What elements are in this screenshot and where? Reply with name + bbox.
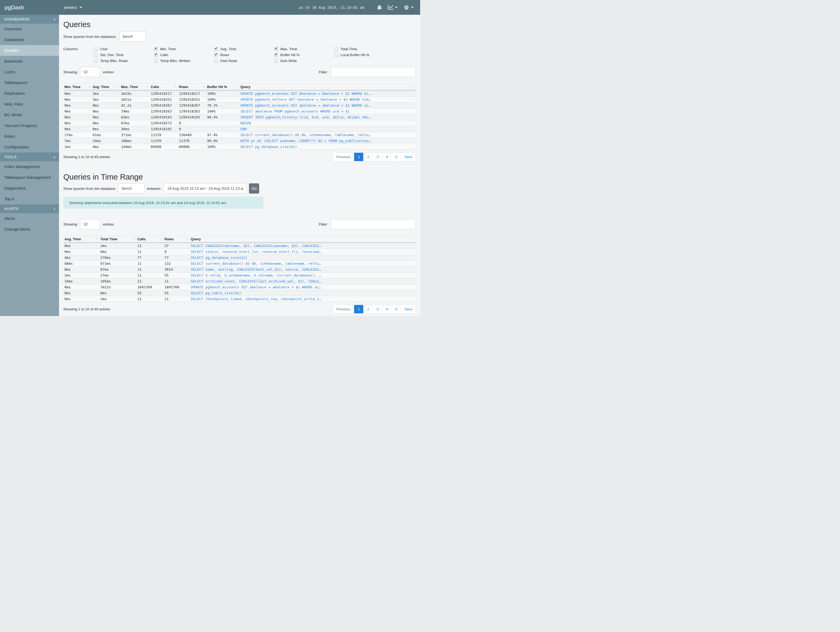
sort-icon[interactable]: ↑↓ bbox=[96, 237, 98, 240]
sort-icon[interactable]: ↑↓ bbox=[160, 237, 162, 240]
query-link[interactable]: SELECT name, setting, COALESCE(boot_val,… bbox=[189, 267, 416, 272]
column-header-rows[interactable]: Rows↑↓ bbox=[178, 84, 206, 90]
sidebar-item-queries[interactable]: Queries bbox=[0, 45, 59, 56]
sort-icon[interactable]: ↑↓ bbox=[175, 85, 177, 88]
pagination-page-2[interactable]: 2 bbox=[363, 153, 373, 161]
query-link[interactable]: SELECT checkpoints_timed, checkpoints_re… bbox=[189, 296, 416, 302]
filter-input[interactable] bbox=[330, 67, 416, 77]
sidebar-item-top-k[interactable]: Top k bbox=[0, 193, 59, 204]
pagination-page-5[interactable]: 5 bbox=[392, 305, 401, 313]
query-link[interactable]: BEGIN bbox=[239, 120, 416, 126]
query-link[interactable]: INSERT INTO pgbench_history (tid, bid, a… bbox=[239, 114, 416, 120]
column-checkbox-rows[interactable]: Rows bbox=[214, 53, 274, 57]
query-link[interactable]: END bbox=[239, 126, 416, 132]
query-link[interactable]: UPDATE pgbench_tellers SET tbalance = tb… bbox=[239, 97, 416, 103]
app-logo[interactable]: pgDash bbox=[0, 4, 59, 11]
sort-icon[interactable]: ↑↓ bbox=[203, 85, 205, 88]
column-checkbox-max-time[interactable]: Max. Time bbox=[274, 47, 334, 51]
query-link[interactable]: SELECT abalance FROM pgbench_accounts WH… bbox=[239, 108, 416, 114]
column-header-total-time[interactable]: Total Time↑↓ bbox=[99, 236, 136, 243]
sidebar-item-replication[interactable]: Replication bbox=[0, 88, 59, 99]
checkbox-checked-icon[interactable] bbox=[274, 53, 278, 57]
checkbox-checked-icon[interactable] bbox=[274, 47, 278, 51]
sort-icon[interactable]: ↑↓ bbox=[88, 85, 90, 88]
checkbox-unchecked-icon[interactable] bbox=[214, 59, 218, 63]
query-link[interactable]: SELECT current_database() AS db, scheman… bbox=[239, 132, 416, 138]
column-checkbox-avg-time[interactable]: Avg. Time bbox=[214, 47, 274, 51]
sidebar-item-tablespace-management[interactable]: Tablespace Management bbox=[0, 172, 59, 183]
column-checkbox-local-buffer-hit[interactable]: Local Buffer Hit % bbox=[334, 53, 395, 57]
checkbox-checked-icon[interactable] bbox=[214, 53, 218, 57]
checkbox-unchecked-icon[interactable] bbox=[274, 59, 278, 63]
query-link[interactable]: WITH pc AS (SELECT pubname, COUNT(*) AS … bbox=[239, 138, 416, 144]
pagination-next[interactable]: Next bbox=[401, 153, 415, 161]
sidebar-item-overview[interactable]: Overview bbox=[0, 24, 59, 34]
column-checkbox-temp-blks-written[interactable]: Temp Blks. Written bbox=[154, 59, 214, 63]
sidebar-item-alerts[interactable]: Alerts bbox=[0, 213, 59, 224]
column-checkbox-std-dev-time[interactable]: Std. Dev. Time bbox=[94, 53, 154, 57]
settings-menu[interactable] bbox=[404, 5, 414, 11]
sidebar-section-tools[interactable]: TOOLS› bbox=[0, 152, 59, 162]
pagination-next[interactable]: Next bbox=[401, 305, 415, 313]
database-input-2[interactable] bbox=[118, 184, 145, 193]
sidebar-item-index-management[interactable]: Index Management bbox=[0, 162, 59, 172]
query-link[interactable]: UPDATE pgbench_branches SET bbalance = b… bbox=[239, 90, 416, 97]
checkbox-unchecked-icon[interactable] bbox=[334, 47, 338, 51]
notifications-bell-icon[interactable] bbox=[377, 5, 382, 10]
pagination-page-4[interactable]: 4 bbox=[382, 153, 392, 161]
column-header-calls[interactable]: Calls↑↓ bbox=[150, 84, 178, 90]
sidebar-section-dashboards[interactable]: DASHBOARDS› bbox=[0, 15, 59, 24]
query-link[interactable]: SELECT current_database() AS db, scheman… bbox=[189, 261, 416, 267]
checkbox-unchecked-icon[interactable] bbox=[94, 59, 98, 63]
sort-icon[interactable]: ↑↓ bbox=[413, 85, 415, 88]
pagination-page-3[interactable]: 3 bbox=[373, 305, 382, 313]
query-link[interactable]: SELECT status, receive_start_lsn, receiv… bbox=[189, 249, 416, 255]
page-size-input-2[interactable] bbox=[80, 219, 100, 229]
column-checkbox-total-time[interactable]: Total Time bbox=[334, 47, 395, 51]
query-link[interactable]: SELECT archived_count, COALESCE(last_arc… bbox=[189, 279, 416, 284]
query-link[interactable]: SELECT pg_database_size($1) bbox=[239, 144, 416, 150]
pagination-previous[interactable]: Previous bbox=[333, 305, 354, 313]
column-header-avg-time[interactable]: Avg. Time↑↓ bbox=[92, 84, 120, 90]
sidebar-item-diagnostics[interactable]: Diagnostics bbox=[0, 183, 59, 193]
query-link[interactable]: SELECT pg_table_size($1) bbox=[189, 290, 416, 296]
checkbox-checked-icon[interactable] bbox=[154, 53, 158, 57]
filter-input-2[interactable] bbox=[330, 219, 416, 229]
sort-icon[interactable]: ↑↓ bbox=[413, 237, 415, 240]
sidebar-item-backends[interactable]: Backends bbox=[0, 56, 59, 67]
sidebar-item-locks[interactable]: Locks bbox=[0, 67, 59, 77]
column-checkbox-min-time[interactable]: Min. Time bbox=[154, 47, 214, 51]
pagination-page-4[interactable]: 4 bbox=[382, 305, 392, 313]
checkbox-unchecked-icon[interactable] bbox=[334, 53, 338, 57]
checkbox-checked-icon[interactable] bbox=[214, 47, 218, 51]
checkbox-checked-icon[interactable] bbox=[154, 47, 158, 51]
sidebar-item-tablespaces[interactable]: Tablespaces bbox=[0, 77, 59, 88]
sort-icon[interactable]: ↑↓ bbox=[236, 85, 238, 88]
pagination-page-1[interactable]: 1 bbox=[354, 305, 363, 313]
sidebar-section-alerts[interactable]: ALERTS› bbox=[0, 204, 59, 213]
pagination-page-1[interactable]: 1 bbox=[354, 153, 363, 161]
column-header-max-time[interactable]: Max. Time↑↓ bbox=[120, 84, 150, 90]
sidebar-item-wal-files[interactable]: WAL Files bbox=[0, 99, 59, 109]
checkbox-unchecked-icon[interactable] bbox=[154, 59, 158, 63]
column-header-buffer-hit[interactable]: Buffer Hit %↑↓ bbox=[206, 84, 239, 90]
column-header-avg-time[interactable]: Avg. Time↑↓ bbox=[63, 236, 99, 243]
sort-icon[interactable]: ↑↓ bbox=[147, 85, 148, 88]
checkbox-unchecked-icon[interactable] bbox=[94, 53, 98, 57]
query-link[interactable]: UPDATE pgbench_accounts SET abalance = a… bbox=[189, 284, 416, 290]
sidebar-item-databases[interactable]: Databases bbox=[0, 34, 59, 45]
query-link[interactable]: SELECT COALESCE(datname, $2), COALESCE(u… bbox=[189, 243, 416, 249]
sort-icon[interactable]: ↑↓ bbox=[186, 237, 189, 240]
column-header-query[interactable]: Query↑↓ bbox=[189, 236, 416, 243]
sidebar-item-change-alerts[interactable]: Change Alerts bbox=[0, 224, 59, 234]
charts-menu[interactable] bbox=[388, 5, 398, 10]
column-checkbox-buffer-hit[interactable]: Buffer Hit % bbox=[274, 53, 334, 57]
server-selector[interactable]: server1 bbox=[63, 5, 82, 10]
column-checkbox-disk-read[interactable]: Disk Read bbox=[214, 59, 274, 63]
page-size-input[interactable] bbox=[80, 67, 100, 77]
column-header-rows[interactable]: Rows↑↓ bbox=[163, 236, 189, 243]
column-checkbox-disk-write[interactable]: Disk Write bbox=[274, 59, 334, 63]
sidebar-item-roles[interactable]: Roles bbox=[0, 131, 59, 142]
query-link[interactable]: UPDATE pgbench_accounts SET abalance = a… bbox=[239, 103, 416, 108]
time-range-input[interactable] bbox=[164, 184, 247, 193]
